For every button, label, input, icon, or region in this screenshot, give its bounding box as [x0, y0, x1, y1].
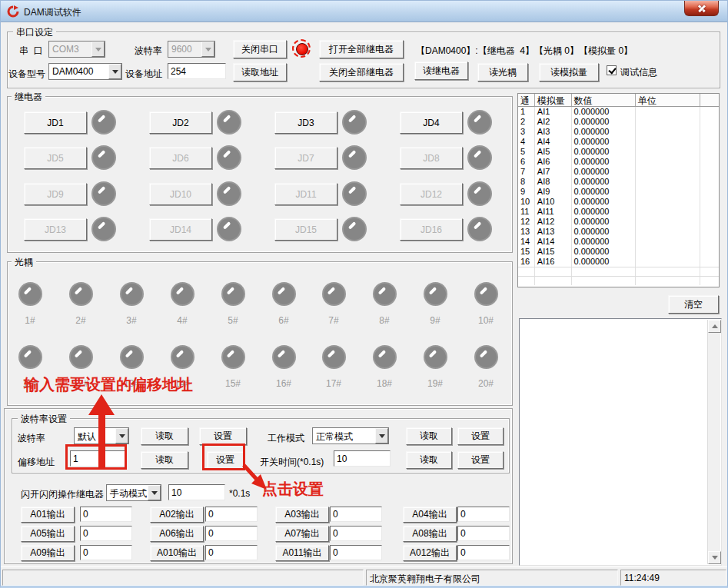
debug-log-listbox[interactable]: [519, 318, 722, 566]
opto-label-10: 10#: [469, 315, 503, 326]
analog-row-10[interactable]: 10AI100.000000: [518, 197, 719, 207]
relay-button-2[interactable]: JD2: [149, 111, 212, 134]
ao-input-6[interactable]: [205, 526, 258, 541]
relay-led-13-icon: [93, 218, 115, 240]
flash-time-input[interactable]: [168, 484, 225, 500]
analog-row-11[interactable]: 11AI110.000000: [518, 207, 719, 217]
relay-button-13[interactable]: JD13: [24, 218, 87, 241]
read-switchtime-button[interactable]: 读取: [406, 451, 452, 469]
analog-cell: 8: [518, 177, 535, 187]
switch-time-input[interactable]: [334, 450, 391, 467]
ao-button-4[interactable]: A04输出: [403, 507, 457, 523]
column-header: 模拟量: [535, 94, 572, 106]
relay-button-9[interactable]: JD9: [24, 183, 87, 205]
relay-button-6[interactable]: JD6: [149, 147, 212, 169]
model-select[interactable]: DAM0400: [48, 63, 122, 80]
relay-button-10[interactable]: JD10: [149, 183, 212, 205]
set-baud-button[interactable]: 设置: [199, 427, 247, 445]
analog-row-3[interactable]: 3AI30.000000: [518, 127, 719, 137]
relay-button-8[interactable]: JD8: [400, 147, 463, 169]
analog-row-empty: [518, 276, 719, 285]
debug-info-checkbox[interactable]: [607, 65, 617, 75]
ao-button-2[interactable]: A02输出: [150, 507, 204, 523]
analog-row-5[interactable]: 5AI50.000000: [518, 147, 719, 157]
read-workmode-button[interactable]: 读取: [406, 427, 452, 445]
scroll-up-icon[interactable]: [708, 320, 721, 333]
ao-input-11[interactable]: [330, 545, 382, 560]
analog-row-8[interactable]: 8AI80.000000: [518, 177, 719, 187]
relay-button-1[interactable]: JD1: [24, 111, 87, 134]
ao-input-5[interactable]: [80, 526, 132, 541]
analog-cell: 0.000000: [572, 207, 636, 217]
analog-row-15[interactable]: 15AI150.000000: [518, 247, 719, 257]
read-relay-button[interactable]: 读继电器: [414, 61, 468, 80]
ao-button-3[interactable]: A03输出: [275, 507, 329, 523]
ao-button-7[interactable]: A07输出: [275, 526, 329, 542]
baud-group-title: 波特率设置: [18, 413, 70, 426]
analog-row-4[interactable]: 4AI40.000000: [518, 137, 719, 147]
ao-button-5[interactable]: A05输出: [21, 526, 75, 542]
analog-row-6[interactable]: 6AI60.000000: [518, 157, 719, 167]
set-switchtime-button[interactable]: 设置: [457, 451, 504, 469]
read-addr-button[interactable]: 读取地址: [233, 63, 287, 81]
analog-row-13[interactable]: 13AI130.000000: [518, 227, 719, 237]
analog-row-12[interactable]: 12AI120.000000: [518, 217, 719, 227]
analog-row-9[interactable]: 9AI90.000000: [518, 187, 719, 197]
ao-button-6[interactable]: A06输出: [150, 526, 204, 542]
ao-input-4[interactable]: [457, 507, 510, 522]
clear-button[interactable]: 清空: [668, 295, 719, 314]
scroll-down-icon[interactable]: [708, 551, 721, 564]
read-analog-button[interactable]: 读模拟量: [539, 63, 599, 81]
relay-button-11[interactable]: JD11: [274, 183, 337, 205]
ao-input-7[interactable]: [330, 526, 382, 541]
opto-label-16: 16#: [267, 378, 301, 389]
relay-button-14[interactable]: JD14: [149, 218, 212, 241]
analog-row-1[interactable]: 1AI10.000000: [518, 107, 719, 117]
relay-led-8-icon: [469, 147, 490, 168]
ao-button-12[interactable]: A012输出: [403, 545, 457, 561]
analog-row-7[interactable]: 7AI70.000000: [518, 167, 719, 177]
baudrate-select[interactable]: 9600: [168, 41, 215, 58]
relay-button-4[interactable]: JD4: [400, 111, 463, 134]
open-all-relays-button[interactable]: 打开全部继电器: [319, 40, 404, 58]
ao-input-10[interactable]: [205, 545, 258, 560]
ao-input-9[interactable]: [80, 545, 132, 560]
opto-label-19: 19#: [418, 378, 452, 389]
relay-button-16[interactable]: JD16: [400, 218, 463, 241]
analog-row-2[interactable]: 2AI20.000000: [518, 117, 719, 127]
relay-button-3[interactable]: JD3: [274, 111, 337, 134]
close-port-button[interactable]: 关闭串口: [233, 40, 287, 58]
close-all-relays-button[interactable]: 关闭全部继电器: [319, 63, 404, 81]
flash-relay-label: 闪开闪闭操作继电器: [21, 488, 104, 501]
ao-button-1[interactable]: A01输出: [21, 507, 75, 523]
device-addr-input[interactable]: [168, 63, 226, 79]
ao-button-9[interactable]: A09输出: [21, 545, 75, 561]
flash-mode-select[interactable]: 手动模式: [106, 484, 161, 501]
ao-button-10[interactable]: A010输出: [150, 545, 204, 561]
relay-button-5[interactable]: JD5: [24, 147, 87, 169]
ao-button-8[interactable]: A08输出: [403, 526, 457, 542]
relay-button-12[interactable]: JD12: [400, 183, 463, 205]
set-workmode-button[interactable]: 设置: [457, 427, 504, 445]
ao-input-12[interactable]: [457, 545, 510, 560]
ao-input-3[interactable]: [330, 507, 382, 522]
analog-row-14[interactable]: 14AI140.000000: [518, 237, 719, 247]
close-icon[interactable]: [684, 1, 719, 16]
analog-cell: 16: [518, 257, 535, 267]
analog-cell: [700, 277, 719, 285]
opto-led-14-icon: [172, 347, 193, 367]
ao-input-8[interactable]: [457, 526, 510, 541]
ao-button-11[interactable]: A011输出: [275, 545, 329, 561]
analog-cell: 0.000000: [572, 127, 636, 137]
port-select[interactable]: COM3: [48, 41, 105, 58]
scrollbar[interactable]: [707, 320, 720, 564]
read-baud-button[interactable]: 读取: [141, 427, 188, 445]
analog-row-16[interactable]: 16AI160.000000: [518, 257, 719, 267]
read-opto-button[interactable]: 读光耦: [477, 63, 528, 81]
relay-button-7[interactable]: JD7: [274, 147, 337, 169]
relay-button-15[interactable]: JD15: [274, 218, 337, 241]
work-mode-select[interactable]: 正常模式: [312, 427, 389, 444]
read-offset-button[interactable]: 读取: [141, 451, 188, 469]
ao-input-2[interactable]: [205, 507, 258, 522]
ao-input-1[interactable]: [80, 507, 132, 522]
